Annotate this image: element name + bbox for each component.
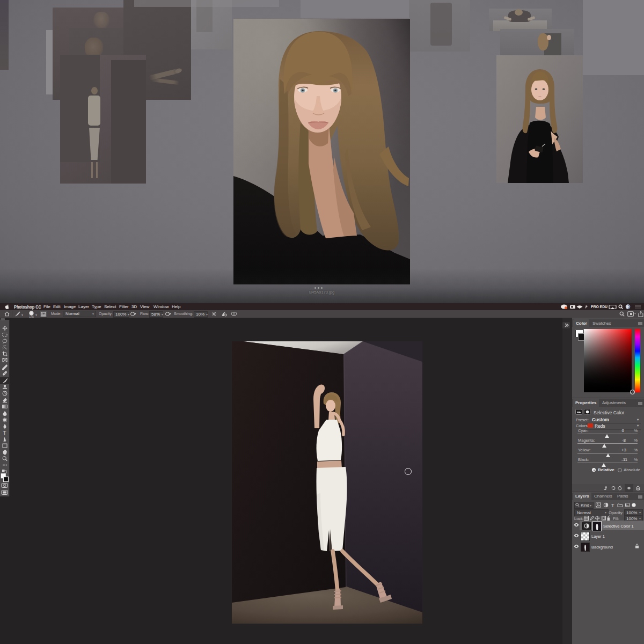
svg-text:PRO EDU: PRO EDU	[591, 305, 608, 309]
svg-text:fx: fx	[626, 504, 629, 507]
svg-text:T: T	[3, 430, 6, 436]
svg-text:T: T	[611, 503, 614, 508]
